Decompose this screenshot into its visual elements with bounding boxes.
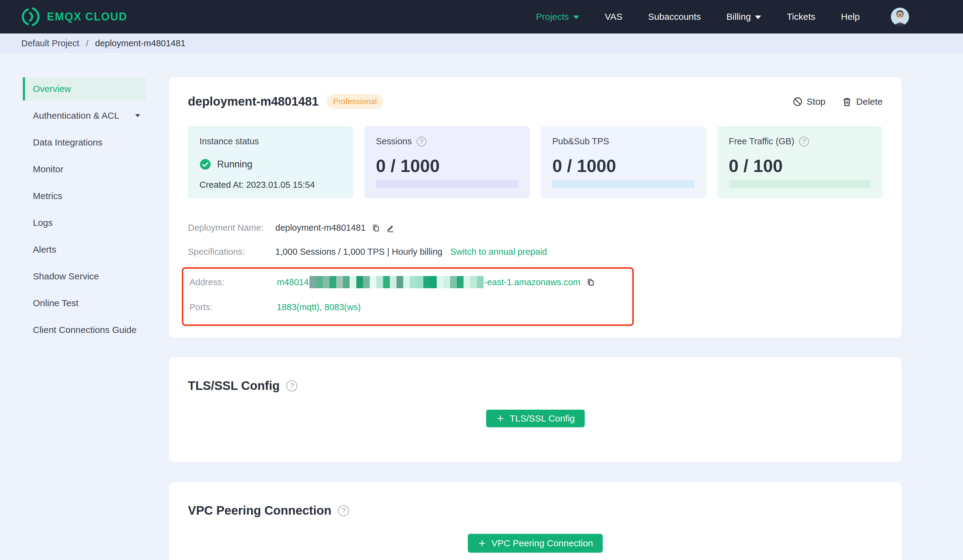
stat-label: Sessions — [376, 136, 412, 146]
breadcrumb-current: deployment-m4801481 — [95, 38, 185, 49]
status-badge: Running — [217, 159, 252, 170]
sessions-progress-bar — [376, 180, 518, 188]
specifications-label: Specifications: — [188, 247, 275, 257]
sidebar-item-logs[interactable]: Logs — [23, 211, 146, 234]
nav-menu: Projects VAS Subaccounts Billing Tickets… — [536, 8, 909, 26]
tls-ssl-card: TLS/SSL Config ? TLS/SSL Config — [169, 357, 901, 462]
sidebar-item-online-test[interactable]: Online Test — [23, 291, 146, 315]
breadcrumb-separator: / — [86, 38, 88, 49]
switch-annual-prepaid-link[interactable]: Switch to annual prepaid — [451, 247, 547, 257]
trash-icon — [842, 97, 852, 107]
help-icon[interactable]: ? — [338, 505, 349, 516]
ports-label: Ports: — [190, 302, 277, 312]
created-at: Created At: 2023.01.05 15:54 — [199, 180, 342, 190]
stop-button[interactable]: Stop — [793, 97, 826, 107]
stat-label: Free Traffic (GB) — [729, 136, 794, 146]
sidebar-item-data-integrations[interactable]: Data Integrations — [23, 131, 146, 154]
main-content: deployment-m4801481 Professional Stop De… — [169, 53, 901, 560]
stop-icon — [793, 97, 803, 107]
copy-button[interactable] — [371, 223, 380, 233]
sessions-card: Sessions ? 0 / 1000 — [364, 126, 530, 198]
vpc-peering-card: VPC Peering Connection ? VPC Peering Con… — [169, 482, 901, 560]
nav-item-vas[interactable]: VAS — [605, 11, 623, 22]
address-suffix: -east-1.amazonaws.com — [484, 277, 580, 287]
tps-progress-bar — [553, 180, 695, 188]
copy-icon — [371, 223, 380, 233]
nav-item-subaccounts[interactable]: Subaccounts — [648, 11, 701, 22]
help-icon[interactable]: ? — [417, 137, 426, 146]
nav-item-help[interactable]: Help — [841, 11, 860, 22]
breadcrumb: Default Project / deployment-m4801481 — [0, 34, 963, 53]
stat-label: Instance status — [199, 136, 259, 146]
traffic-progress-bar — [729, 180, 871, 188]
nav-item-tickets[interactable]: Tickets — [787, 11, 815, 22]
sidebar-item-client-connections-guide[interactable]: Client Connections Guide — [23, 318, 146, 342]
free-traffic-card: Free Traffic (GB) ? 0 / 100 — [717, 126, 883, 198]
plan-badge: Professional — [326, 94, 383, 109]
address-redaction — [310, 276, 484, 288]
traffic-value: 0 / 100 — [729, 155, 871, 176]
emqx-logo-icon — [21, 7, 40, 26]
sidebar-item-metrics[interactable]: Metrics — [23, 185, 146, 207]
address-label: Address: — [190, 277, 277, 287]
user-avatar[interactable] — [891, 8, 909, 26]
help-icon[interactable]: ? — [286, 380, 297, 392]
sidebar-item-overview[interactable]: Overview — [23, 77, 146, 100]
emqx-logo: EMQX CLOUD — [21, 7, 127, 26]
sidebar-item-authentication-acl[interactable]: Authentication & ACL — [23, 104, 146, 127]
breadcrumb-project[interactable]: Default Project — [21, 38, 79, 49]
vpc-heading: VPC Peering Connection — [188, 504, 331, 517]
deployment-name-value: deployment-m4801481 — [275, 223, 366, 233]
stats-row: Instance status Running Created At: 2023… — [188, 126, 883, 198]
add-vpc-peering-button[interactable]: VPC Peering Connection — [468, 534, 603, 553]
sidebar: Overview Authentication & ACL Data Integ… — [0, 53, 169, 560]
deployment-name-label: Deployment Name: — [188, 223, 275, 233]
edit-pencil-icon — [386, 223, 395, 233]
pubsub-tps-card: Pub&Sub TPS 0 / 1000 — [541, 126, 706, 198]
delete-button[interactable]: Delete — [842, 97, 883, 107]
specifications-value: 1,000 Sessions / 1,000 TPS | Hourly bill… — [275, 247, 443, 257]
address-prefix: m48014 — [277, 277, 309, 287]
deployment-overview-card: deployment-m4801481 Professional Stop De… — [169, 77, 901, 338]
plus-icon — [496, 414, 505, 423]
tps-value: 0 / 1000 — [553, 155, 695, 176]
instance-status-card: Instance status Running Created At: 2023… — [188, 126, 353, 198]
chevron-down-icon — [135, 114, 140, 117]
sessions-value: 0 / 1000 — [376, 155, 518, 176]
check-circle-icon — [199, 159, 211, 170]
tls-heading: TLS/SSL Config — [188, 379, 280, 393]
sidebar-item-monitor[interactable]: Monitor — [23, 158, 146, 181]
nav-item-billing[interactable]: Billing — [726, 11, 761, 22]
sidebar-item-alerts[interactable]: Alerts — [23, 238, 146, 261]
add-tls-ssl-config-button[interactable]: TLS/SSL Config — [486, 409, 585, 427]
nav-item-projects[interactable]: Projects — [536, 11, 579, 22]
stat-label: Pub&Sub TPS — [553, 136, 609, 146]
sidebar-item-shadow-service[interactable]: Shadow Service — [23, 265, 146, 288]
address-annotation-box: Address: m48014 -east-1.amazonaws.com Po… — [182, 267, 634, 326]
logo-text: EMQX CLOUD — [47, 10, 127, 23]
chevron-down-icon — [573, 16, 579, 19]
help-icon[interactable]: ? — [799, 137, 809, 146]
top-navbar: EMQX CLOUD Projects VAS Subaccounts Bill… — [0, 0, 963, 34]
chevron-down-icon — [755, 16, 761, 19]
ports-value: 1883(mqtt), 8083(ws) — [277, 302, 361, 312]
edit-button[interactable] — [386, 223, 395, 233]
plus-icon — [478, 539, 487, 548]
page-title: deployment-m4801481 — [188, 95, 319, 108]
copy-icon — [586, 278, 595, 287]
copy-address-button[interactable] — [586, 278, 595, 287]
